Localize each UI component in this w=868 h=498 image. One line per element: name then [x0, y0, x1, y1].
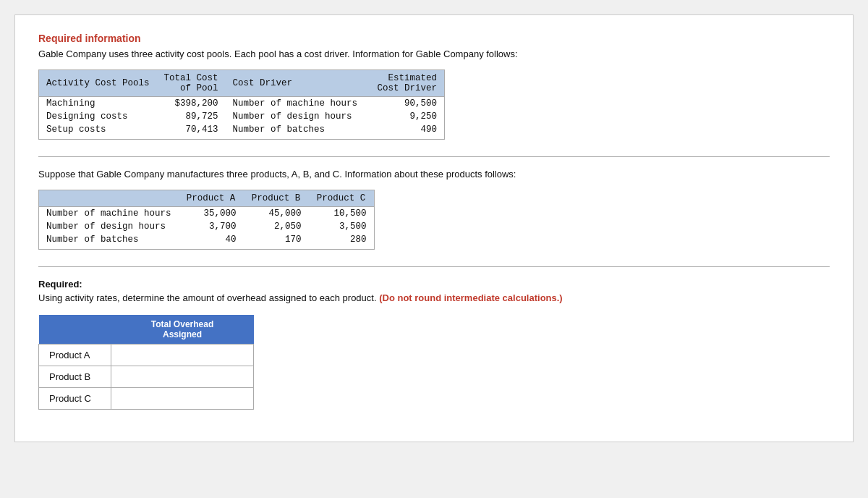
product-a-field[interactable] — [122, 350, 243, 360]
answer-table-blank-header — [39, 315, 111, 345]
required-section: Required: Using activity rates, determin… — [38, 279, 830, 410]
product-a-input[interactable] — [111, 345, 254, 366]
table1-container: Activity Cost Pools Total Costof Pool Co… — [38, 69, 445, 140]
product-c-label: Product C — [39, 388, 111, 410]
divider-1 — [38, 156, 830, 157]
product-a-label: Product A — [39, 345, 111, 366]
pool-name: Setup costs — [39, 123, 157, 139]
section-title-1: Required information — [38, 33, 830, 44]
prod-a-value: 35,000 — [179, 207, 244, 221]
table2-header-prodA: Product A — [179, 190, 244, 207]
prod-b-value: 170 — [244, 233, 309, 249]
required-text-main: Using activity rates, determine the amou… — [38, 292, 377, 303]
table1-header-col2: Total Costof Pool — [157, 70, 226, 97]
row-label: Number of batches — [39, 233, 179, 249]
product-c-input[interactable] — [111, 388, 254, 410]
table-row: Number of design hours 3,700 2,050 3,500 — [39, 220, 374, 233]
table1-header-col4: EstimatedCost Driver — [370, 70, 445, 97]
prod-b-value: 45,000 — [244, 207, 309, 221]
table2-header-blank — [39, 190, 179, 207]
products-table: Product A Product B Product C Number of … — [39, 190, 374, 249]
pool-cost: 70,413 — [157, 123, 226, 139]
cost-driver: Number of design hours — [226, 110, 370, 123]
pool-name: Designing costs — [39, 110, 157, 123]
prod-c-value: 280 — [309, 233, 374, 249]
pool-cost: 89,725 — [157, 110, 226, 123]
table2-header-prodC: Product C — [309, 190, 374, 207]
activity-cost-table: Activity Cost Pools Total Costof Pool Co… — [39, 70, 444, 139]
table-row: Number of machine hours 35,000 45,000 10… — [39, 207, 374, 221]
intro-text-1: Gable Company uses three activity cost p… — [38, 48, 830, 59]
required-text: Using activity rates, determine the amou… — [38, 292, 830, 303]
product-c-field[interactable] — [122, 393, 243, 404]
required-note: (Do not round intermediate calculations.… — [379, 292, 563, 303]
estimated-driver: 9,250 — [370, 110, 445, 123]
prod-a-value: 40 — [179, 233, 244, 249]
cost-driver: Number of batches — [226, 123, 370, 139]
prod-b-value: 2,050 — [244, 220, 309, 233]
table2-header-prodB: Product B — [244, 190, 309, 207]
divider-2 — [38, 266, 830, 267]
table1-header-col1: Activity Cost Pools — [39, 70, 157, 97]
product-b-field[interactable] — [122, 371, 243, 382]
table1-header-col3: Cost Driver — [226, 70, 370, 97]
table-row: Designing costs 89,725 Number of design … — [39, 110, 444, 123]
answer-table: Total Overhead Assigned Product A Produc… — [38, 315, 254, 410]
answer-row-c: Product C — [39, 388, 254, 410]
table-row: Number of batches 40 170 280 — [39, 233, 374, 249]
answer-table-header-overhead: Total Overhead Assigned — [111, 315, 254, 345]
prod-a-value: 3,700 — [179, 220, 244, 233]
table-row: Setup costs 70,413 Number of batches 490 — [39, 123, 444, 139]
required-label: Required: — [38, 279, 830, 290]
row-label: Number of machine hours — [39, 207, 179, 221]
intro-text-2: Suppose that Gable Company manufactures … — [38, 169, 830, 180]
product-b-input[interactable] — [111, 366, 254, 388]
answer-row-b: Product B — [39, 366, 254, 388]
row-label: Number of design hours — [39, 220, 179, 233]
estimated-driver: 90,500 — [370, 97, 445, 111]
prod-c-value: 3,500 — [309, 220, 374, 233]
pool-cost: $398,200 — [157, 97, 226, 111]
estimated-driver: 490 — [370, 123, 445, 139]
section-1: Required information Gable Company uses … — [38, 33, 830, 142]
cost-driver: Number of machine hours — [226, 97, 370, 111]
section-2: Suppose that Gable Company manufactures … — [38, 169, 830, 252]
table-row: Machining $398,200 Number of machine hou… — [39, 97, 444, 111]
answer-table-wrap: Total Overhead Assigned Product A Produc… — [38, 315, 830, 410]
answer-row-a: Product A — [39, 345, 254, 366]
prod-c-value: 10,500 — [309, 207, 374, 221]
table2-container: Product A Product B Product C Number of … — [38, 190, 375, 250]
product-b-label: Product B — [39, 366, 111, 388]
pool-name: Machining — [39, 97, 157, 111]
page: Required information Gable Company uses … — [14, 14, 854, 442]
